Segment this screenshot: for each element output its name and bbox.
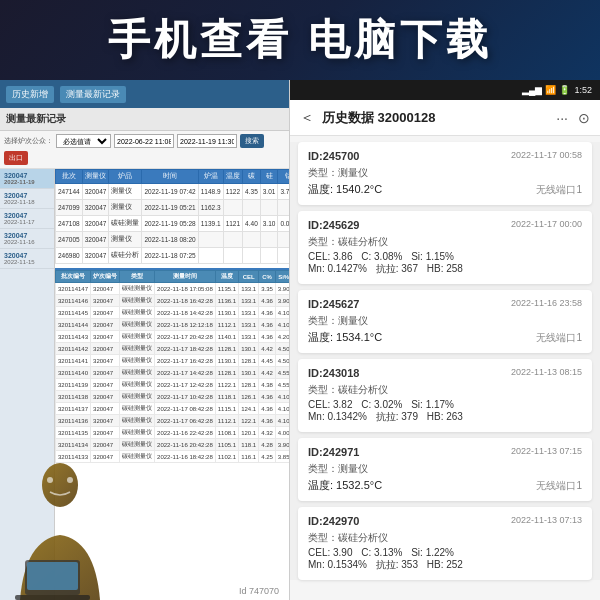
sidebar-item-4[interactable]: 320047 2022-11-16 [0, 229, 54, 249]
sidebar-item-5[interactable]: 320047 2022-11-15 [0, 249, 54, 269]
card-4-id: ID:243018 [308, 367, 359, 379]
card-1-id: ID:245700 [308, 150, 359, 162]
card-6-data: CEL: 3.90 C: 3.13% Si: 1.22% [308, 547, 582, 558]
card-2-id: ID:245629 [308, 219, 359, 231]
sidebar-item-1[interactable]: 320047 2022-11-19 [0, 169, 54, 189]
filter-date-end[interactable] [177, 134, 237, 148]
banner-title: 手机查看 电脑下载 [108, 12, 492, 68]
card-2-time: 2022-11-17 00:00 [511, 219, 582, 229]
table-row: 320114146320047碳硅测量仪2022-11-18 16:42:281… [56, 295, 290, 307]
th-batch: 批次 [56, 170, 83, 184]
card-2-header: ID:245629 2022-11-17 00:00 [308, 219, 582, 231]
card-1-header: ID:245700 2022-11-17 00:58 [308, 150, 582, 162]
table-row: 320114134320047碳硅测量仪2022-11-16 20:42:281… [56, 439, 290, 451]
desktop-panel: 历史新增 测量最新记录 测量最新记录 选择炉次公众： 必选值请 搜索 出口 [0, 80, 290, 600]
card-3-type: 类型：测量仪 [308, 314, 582, 328]
more-icon[interactable]: ··· [556, 110, 568, 126]
mobile-card-4: ID:243018 2022-11-13 08:15 类型：碳硅分析仪 CEL:… [298, 359, 592, 432]
desktop-section-title: 测量最新记录 [0, 108, 289, 131]
back-button[interactable]: ＜ [300, 109, 314, 127]
mobile-statusbar: ▂▄▆ 📶 🔋 1:52 [290, 80, 600, 100]
card-6-header: ID:242970 2022-11-13 07:13 [308, 515, 582, 527]
list-button[interactable]: 测量最新记录 [60, 86, 126, 103]
table-row: 320114138320047碳硅测量仪2022-11-17 10:42:281… [56, 391, 290, 403]
card-4-time: 2022-11-13 08:15 [511, 367, 582, 377]
svg-rect-3 [15, 595, 90, 600]
card-5-time: 2022-11-13 07:15 [511, 446, 582, 456]
table-row: 320114141320047碳硅测量仪2022-11-17 16:42:281… [56, 355, 290, 367]
mobile-records-list: ID:245700 2022-11-17 00:58 类型：测量仪 温度: 15… [290, 142, 600, 580]
svg-rect-2 [27, 562, 78, 590]
card-2-data: CEL: 3.86 C: 3.08% Si: 1.15% [308, 251, 582, 262]
th-temp1: 炉温 [198, 170, 223, 184]
mobile-card-2: ID:245629 2022-11-17 00:00 类型：碳硅分析仪 CEL:… [298, 211, 592, 284]
main-data-table: 批次 测量仪 炉品 时间 炉温 温度 碳 硅 锰 磷 抗拉 [55, 169, 289, 264]
card-6-id: ID:242970 [308, 515, 359, 527]
card-1-port: 无线端口1 [536, 183, 582, 197]
mobile-card-5: ID:242971 2022-11-13 07:15 类型：测量仪 温度: 15… [298, 438, 592, 501]
id-footer: Id 747070 [239, 586, 279, 596]
card-3-time: 2022-11-16 23:58 [511, 298, 582, 308]
card-6-type: 类型：碳硅分析仪 [308, 531, 582, 545]
table-row: 320114147320047碳硅测量仪2022-11-18 17:05:081… [56, 283, 290, 295]
svg-point-5 [67, 477, 73, 483]
card-6-data2: Mn: 0.1534% 抗拉: 353 HB: 252 [308, 558, 582, 572]
menu-button[interactable]: 历史新增 [6, 86, 54, 103]
sidebar-item-3[interactable]: 320047 2022-11-17 [0, 209, 54, 229]
status-time: 1:52 [574, 85, 592, 95]
signal-icon: ▂▄▆ [522, 85, 542, 95]
card-5-type: 类型：测量仪 [308, 462, 582, 476]
card-1-time: 2022-11-17 00:58 [511, 150, 582, 160]
mobile-page-title: 历史数据 32000128 [322, 109, 548, 127]
table-row: 320114145320047碳硅测量仪2022-11-18 14:42:281… [56, 307, 290, 319]
table-row: 246980 320047 碳硅分析 2022-11-18 07:25 [56, 248, 290, 264]
card-3-header: ID:245627 2022-11-16 23:58 [308, 298, 582, 310]
table-row: 320114144320047碳硅测量仪2022-11-18 12:12:181… [56, 319, 290, 331]
top-banner: 手机查看 电脑下载 [0, 0, 600, 80]
card-6-time: 2022-11-13 07:13 [511, 515, 582, 525]
mobile-panel: ▂▄▆ 📶 🔋 1:52 ＜ 历史数据 32000128 ··· ⊙ ID:24… [290, 80, 600, 600]
export-button[interactable]: 出口 [4, 151, 28, 165]
svg-point-0 [42, 463, 78, 507]
th-type: 炉品 [109, 170, 142, 184]
mobile-nav-icons: ··· ⊙ [556, 110, 590, 126]
table-row: 247005 320047 测量仪 2022-11-18 08:20 [56, 232, 290, 248]
filter-date-start[interactable] [114, 134, 174, 148]
card-5-temp: 温度: 1532.5°C [308, 478, 382, 493]
bottom-data-table: 批次编号 炉次编号 类型 测量时间 温度 CEL C% Si% Mn% S% [55, 270, 289, 463]
th-c: 碳 [243, 170, 261, 184]
card-2-data2: Mn: 0.1427% 抗拉: 367 HB: 258 [308, 262, 582, 276]
search-button[interactable]: 搜索 [240, 134, 264, 148]
table-row: 320114137320047碳硅测量仪2022-11-17 08:42:281… [56, 403, 290, 415]
mobile-navbar: ＜ 历史数据 32000128 ··· ⊙ [290, 100, 600, 136]
filter-label1: 选择炉次公众： [4, 136, 53, 146]
desktop-filters: 选择炉次公众： 必选值请 搜索 出口 [0, 131, 289, 169]
th-si: 硅 [260, 170, 278, 184]
status-icons: ▂▄▆ 📶 🔋 [522, 85, 570, 95]
svg-point-4 [47, 477, 53, 483]
th-time: 时间 [142, 170, 198, 184]
bottom-table-section: 批次编号 炉次编号 类型 测量时间 温度 CEL C% Si% Mn% S% [55, 268, 289, 463]
table-row: 320114139320047碳硅测量仪2022-11-17 12:42:281… [56, 379, 290, 391]
table-row: 247108 320047 碳硅测量 2022-11-19 05:28 1139… [56, 216, 290, 232]
table-row: 320114142320047碳硅测量仪2022-11-17 18:42:281… [56, 343, 290, 355]
table-row: 320114143320047碳硅测量仪2022-11-17 20:42:281… [56, 331, 290, 343]
desktop-topbar: 历史新增 测量最新记录 [0, 80, 289, 108]
card-3-temp: 温度: 1534.1°C [308, 330, 382, 345]
mobile-card-6: ID:242970 2022-11-13 07:13 类型：碳硅分析仪 CEL:… [298, 507, 592, 580]
wifi-icon: 📶 [545, 85, 556, 95]
table-row: 247099 320047 测量仪 2022-11-19 05:21 1162.… [56, 200, 290, 216]
card-4-type: 类型：碳硅分析仪 [308, 383, 582, 397]
card-1-temp: 温度: 1540.2°C [308, 182, 382, 197]
table-row: 247144 320047 测量仪 2022-11-19 07:42 1148.… [56, 184, 290, 200]
sidebar-item-2[interactable]: 320047 2022-11-18 [0, 189, 54, 209]
card-1-type: 类型：测量仪 [308, 166, 582, 180]
mobile-card-3: ID:245627 2022-11-16 23:58 类型：测量仪 温度: 15… [298, 290, 592, 353]
card-3-port: 无线端口1 [536, 331, 582, 345]
filter-select1[interactable]: 必选值请 [56, 134, 111, 148]
person-image [0, 460, 120, 600]
card-5-id: ID:242971 [308, 446, 359, 458]
table-row: 320114136320047碳硅测量仪2022-11-17 06:42:281… [56, 415, 290, 427]
settings-icon[interactable]: ⊙ [578, 110, 590, 126]
card-5-header: ID:242971 2022-11-13 07:15 [308, 446, 582, 458]
